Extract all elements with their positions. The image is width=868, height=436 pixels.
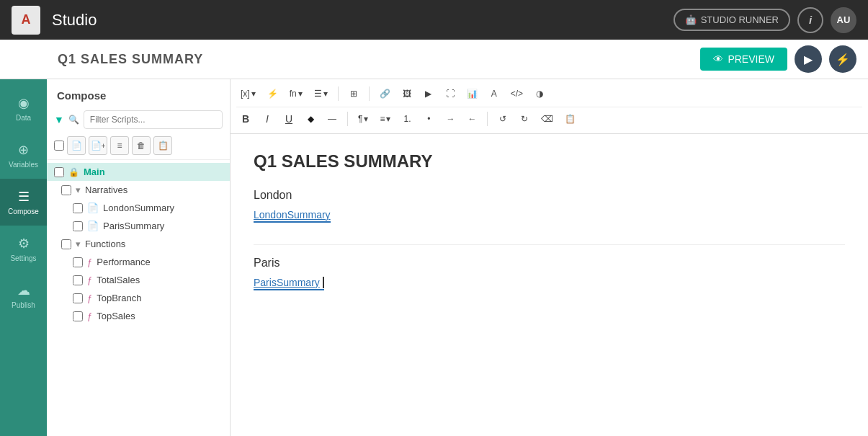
separator-4 [487,112,488,126]
branch-icon: ⚡ [267,89,278,99]
app-title: Studio [52,11,662,30]
unordered-list-icon: • [427,114,430,124]
clipboard-button[interactable]: 📋 [560,110,580,128]
folder-arrow-functions-icon: ▾ [76,239,81,249]
studio-runner-button[interactable]: 🤖 STUDIO RUNNER [674,9,790,31]
select-all-checkbox[interactable] [54,141,64,151]
performance-checkbox[interactable] [73,257,83,267]
variable-icon: [x] [241,89,250,99]
paragraph-button[interactable]: ¶▾ [354,110,372,128]
functions-label: Functions [85,239,125,249]
tree-item-performance[interactable]: ƒ Performance [47,253,230,271]
analytics-button[interactable]: ⚡ [829,45,856,73]
indent-more-button[interactable]: → [441,110,460,128]
editor-content[interactable]: Q1 SALES SUMMARY London LondonSummary Pa… [231,134,868,436]
sidebar-item-settings[interactable]: ⚙ Settings [0,226,47,272]
main-checkbox[interactable] [54,167,64,177]
filter-input[interactable] [84,110,223,129]
link-button[interactable]: 🔗 [375,84,395,103]
functions-checkbox[interactable] [61,239,71,249]
section-divider-1 [254,244,845,245]
table-button[interactable]: ⊞ [344,84,363,103]
avatar-button[interactable]: AU [831,7,856,33]
color-button[interactable]: ◆ [301,110,320,128]
indent-less-button[interactable]: ← [462,110,481,128]
paris-summary-checkbox[interactable] [73,221,83,231]
format-button[interactable]: ☰▾ [310,84,332,103]
align-button[interactable]: ≡▾ [375,110,395,128]
narratives-checkbox[interactable] [61,185,71,195]
run-button[interactable]: ▶ [795,45,822,73]
separator-1 [338,86,339,101]
sidebar-item-compose[interactable]: ☰ Compose [0,179,47,226]
compose-icon: ☰ [18,189,30,205]
delete-button[interactable]: 🗑 [132,136,151,155]
tree-item-functions[interactable]: ▾ Functions [47,235,230,253]
underline-icon: U [285,113,292,125]
tree-item-london-summary[interactable]: 📄 LondonSummary [47,199,230,217]
logo: A [12,6,40,35]
variable-button[interactable]: [x]▾ [236,84,260,103]
image-button[interactable]: 🖼 [398,84,416,103]
total-sales-checkbox[interactable] [73,275,83,285]
sidebar-item-compose-label: Compose [8,208,39,215]
color-icon: ◆ [308,114,314,124]
function-button[interactable]: fn▾ [285,84,307,103]
london-summary-checkbox[interactable] [73,203,83,213]
folder-arrow-icon: ▾ [76,184,81,195]
ordered-list-button[interactable]: 1. [398,110,416,128]
toggle-button[interactable]: ◑ [530,84,549,103]
compose-toolbar: 📄 📄+ ≡ 🗑 📋 [47,132,230,160]
sub-header-actions: 👁 PREVIEW ▶ ⚡ [700,45,856,73]
top-branch-checkbox[interactable] [73,293,83,303]
copy-button[interactable]: 📋 [153,136,172,155]
add-script-button[interactable]: 📄+ [89,136,107,155]
sidebar-item-variables[interactable]: ⊕ Variables [0,132,47,179]
performance-label: Performance [97,257,150,267]
branch-button[interactable]: ⚡ [263,84,282,103]
chart-button[interactable]: 📊 [462,84,482,103]
tree-item-paris-summary[interactable]: 📄 ParisSummary [47,217,230,235]
redo-button[interactable]: ↻ [515,110,534,128]
london-link[interactable]: LondonSummary [254,209,845,237]
separator-2 [369,86,370,101]
expand-button[interactable]: ⛶ [441,84,460,103]
info-button[interactable]: i [797,7,823,33]
filter-row: ▼ 🔍 [47,107,230,132]
undo-button[interactable]: ↺ [493,110,512,128]
icon-sidebar: ◉ Data ⊕ Variables ☰ Compose ⚙ Settings … [0,79,47,436]
video-icon: ▶ [425,89,431,99]
preview-button[interactable]: 👁 PREVIEW [700,48,787,71]
paris-link[interactable]: ParisSummary [254,277,845,305]
london-summary-label: LondonSummary [103,203,174,213]
tree-item-main[interactable]: 🔒 Main [47,163,230,181]
unordered-list-button[interactable]: • [419,110,438,128]
video-button[interactable]: ▶ [419,84,438,103]
code-button[interactable]: </> [506,84,527,103]
text-icon: A [491,89,497,99]
toggle-icon: ◑ [536,89,543,99]
top-sales-checkbox[interactable] [73,311,83,321]
preview-label: PREVIEW [728,53,774,65]
paris-summary-link-text: ParisSummary [254,277,320,288]
paris-summary-link[interactable]: ParisSummary [254,277,324,290]
tree-item-top-sales[interactable]: ƒ TopSales [47,307,230,325]
strikethrough-button[interactable]: — [323,110,341,128]
total-sales-label: TotalSales [97,275,140,285]
italic-button[interactable]: I [258,110,277,128]
tree-item-narratives[interactable]: ▾ Narratives [47,181,230,199]
new-script-button[interactable]: 📄 [67,136,86,155]
file-icon-paris: 📄 [87,221,99,231]
eraser-button[interactable]: ⌫ [537,110,558,128]
bold-button[interactable]: B [236,110,255,128]
paragraph-icon: ¶ [358,114,362,124]
sidebar-item-publish[interactable]: ☁ Publish [0,272,47,319]
narratives-label: Narratives [85,184,127,195]
tree-item-total-sales[interactable]: ƒ TotalSales [47,271,230,289]
text-button[interactable]: A [485,84,504,103]
tree-item-top-branch[interactable]: ƒ TopBranch [47,289,230,307]
london-summary-link[interactable]: LondonSummary [254,209,331,223]
underline-button[interactable]: U [279,110,298,128]
sidebar-item-data[interactable]: ◉ Data [0,85,47,132]
sort-button[interactable]: ≡ [110,136,129,155]
